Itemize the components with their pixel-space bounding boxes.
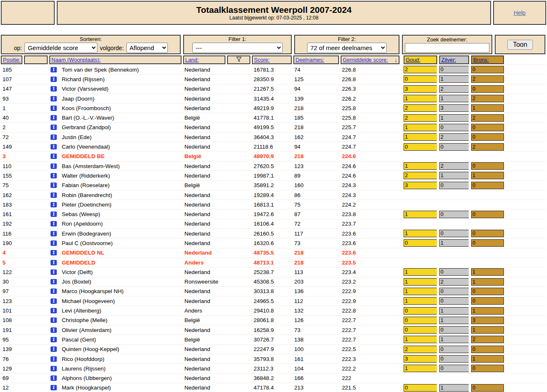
row-land: Nederland (183, 366, 227, 372)
info-icon[interactable]: I (51, 77, 57, 82)
info-icon[interactable]: I (51, 279, 57, 284)
filter2-select[interactable]: 72 of meer deelnames (307, 43, 387, 53)
row-naam-cell: I Bart (O.-L.-V.-Waver) (49, 115, 183, 121)
row-land: België (183, 337, 227, 343)
info-icon[interactable]: I (51, 221, 57, 226)
row-deelnames: 161 (293, 356, 341, 362)
column-header-brons[interactable]: Brons: (473, 57, 489, 63)
column-header-positie[interactable]: Positie: (3, 57, 21, 63)
info-icon[interactable]: I (51, 337, 57, 342)
show-button[interactable]: Toon (507, 40, 533, 50)
row-naam-cell: I Richard (Rijssen) (49, 76, 183, 82)
search-title: Zoek deelnemer: (427, 36, 467, 43)
table-row: 192 I Ron (Apeldoorn) Nederland 16106.4 … (1, 219, 546, 228)
row-zilver: 1 (439, 95, 469, 102)
search-input[interactable] (405, 43, 489, 53)
row-name: GEMIDDELD (62, 260, 95, 266)
info-icon[interactable]: I (51, 366, 57, 371)
column-header-deelnames[interactable]: Deelnames: (295, 57, 324, 63)
row-score: 23112.3 (252, 366, 293, 372)
info-icon[interactable]: I (51, 183, 57, 188)
row-goud: 0 (404, 239, 437, 247)
row-land: Nederland (183, 124, 227, 130)
info-icon[interactable]: I (51, 289, 57, 294)
row-goud: 1 (404, 268, 437, 276)
table-row: 3 I GEMIDDELD BE België 48970.9 218 224.… (1, 152, 546, 161)
info-icon[interactable]: I (51, 356, 57, 362)
column-header-gemiddelde-score[interactable]: Gemiddelde score: (343, 57, 388, 63)
info-icon[interactable]: I (51, 86, 57, 91)
column-header-naam[interactable]: Naam (Woonplaats): (51, 57, 101, 63)
info-icon[interactable]: I (51, 231, 57, 236)
row-goud: 2 (404, 172, 437, 179)
row-land: Nederland (183, 86, 227, 92)
row-gemiddelde: 223.6 (341, 240, 401, 246)
info-icon[interactable]: I (51, 250, 57, 255)
info-icon[interactable]: I (51, 269, 57, 275)
table-row: 69 I Alphons (Ubbergen) Nederland 36848.… (1, 373, 546, 383)
table-header: Positie: Naam (Woonplaats): Land: Score:… (1, 55, 546, 64)
row-zilver: 1 (439, 114, 469, 122)
info-icon[interactable]: I (51, 135, 57, 140)
row-brons: 0 (471, 230, 504, 237)
info-icon[interactable]: I (51, 308, 57, 313)
row-zilver: 2 (439, 162, 469, 170)
info-icon[interactable]: I (51, 115, 57, 120)
row-naam-cell: I Olivier (Amsterdam) (49, 327, 183, 333)
row-score: 19289.4 (252, 192, 293, 198)
row-deelnames: 75 (293, 202, 341, 208)
row-naam-cell: I Koos (Froombosch) (49, 105, 183, 111)
row-positie: 116 (1, 231, 24, 237)
info-icon[interactable]: I (51, 192, 57, 198)
row-brons: 0 (471, 288, 504, 295)
sort-field-select[interactable]: Gemiddelde score (24, 43, 97, 53)
info-icon[interactable]: I (51, 212, 57, 217)
info-icon[interactable]: I (51, 67, 57, 72)
info-icon[interactable]: I (51, 164, 57, 169)
row-land: Nederland (183, 240, 227, 246)
row-land: Nederland (183, 96, 227, 102)
info-icon[interactable]: I (51, 298, 57, 304)
land-filter-button[interactable] (227, 55, 250, 64)
row-naam-cell: I Carlo (Veenendaal) (49, 144, 183, 150)
info-icon[interactable]: I (51, 317, 57, 323)
info-icon[interactable]: I (51, 125, 57, 130)
info-icon[interactable]: I (51, 96, 57, 101)
column-header-score[interactable]: Score: (254, 57, 270, 63)
row-positie: 110 (1, 163, 24, 169)
info-icon[interactable]: I (51, 327, 57, 333)
row-land: Nederland (183, 105, 227, 111)
info-icon[interactable]: I (51, 240, 57, 246)
info-icon[interactable]: I (51, 260, 57, 265)
info-icon[interactable]: I (51, 144, 57, 149)
row-positie: 107 (1, 76, 24, 82)
info-icon[interactable]: I (51, 106, 57, 111)
column-header-zilver[interactable]: Zilver: (441, 57, 456, 63)
table-row: 97 I Marco (Hoogkarspel NH) Nederland 30… (1, 286, 546, 296)
sort-order-select[interactable]: Aflopend (126, 43, 168, 53)
row-deelnames: 166 (293, 375, 341, 381)
row-gemiddelde: 222.9 (341, 298, 401, 304)
filter1-select[interactable]: --- (192, 43, 283, 53)
info-icon[interactable]: I (51, 154, 57, 159)
row-score: 47178.4 (252, 385, 293, 391)
column-header-goud[interactable]: Goud: (406, 57, 420, 63)
help-link[interactable]: Help (514, 10, 526, 16)
column-header-land[interactable]: Land: (185, 57, 199, 63)
row-positie: 122 (1, 269, 24, 275)
row-goud: 2 (404, 114, 437, 122)
row-gemiddelde: 224.7 (341, 134, 401, 140)
info-icon[interactable]: I (51, 173, 57, 178)
info-icon[interactable]: I (51, 375, 57, 381)
row-name: Robin (Barendrecht) (62, 192, 112, 198)
info-icon[interactable]: I (51, 385, 57, 390)
info-icon[interactable]: I (51, 202, 57, 207)
row-zilver: 0 (439, 124, 469, 131)
row-naam-cell: I Marco (Hoogkarspel NH) (49, 288, 183, 294)
row-brons: 1 (471, 172, 504, 179)
filter2-panel: Filter 2: 72 of meer deelnames (294, 35, 399, 54)
row-deelnames: 89 (293, 173, 341, 179)
info-icon[interactable]: I (51, 346, 57, 352)
row-zilver: 0 (439, 182, 469, 189)
top-left-empty-box (1, 1, 55, 25)
